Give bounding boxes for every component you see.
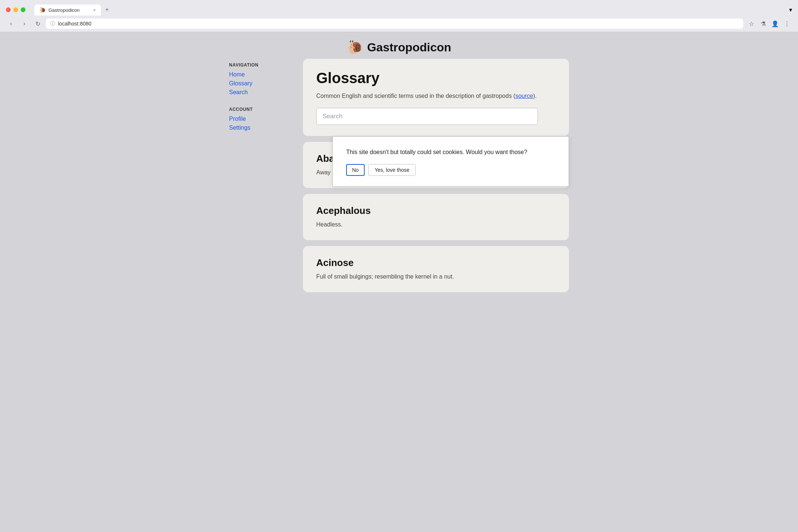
nav-links: Home Glossary Search: [229, 71, 296, 96]
tab-favicon: 🐌: [40, 7, 45, 13]
address-security-icon: ⓘ: [50, 20, 55, 27]
sidebar: NAVIGATION Home Glossary Search ACCOUNT …: [229, 59, 296, 142]
nav-link-glossary[interactable]: Glossary: [229, 79, 296, 88]
new-tab-button[interactable]: +: [102, 4, 112, 16]
tab-dropdown[interactable]: ▾: [789, 6, 792, 13]
nav-link-profile[interactable]: Profile: [229, 115, 296, 123]
layout-row: NAVIGATION Home Glossary Search ACCOUNT …: [229, 59, 569, 292]
active-tab[interactable]: 🐌 Gastropodicon ×: [34, 4, 101, 16]
site-logo-area: 🐌 Gastropodicon: [347, 40, 451, 55]
glossary-header-card: Glossary Common English and scientific t…: [303, 59, 569, 136]
forward-button[interactable]: ›: [19, 18, 30, 29]
site-title: Gastropodicon: [367, 41, 451, 54]
address-bar[interactable]: ⓘ localhost:8080: [46, 18, 743, 29]
site-header: 🐌 Gastropodicon: [0, 32, 798, 59]
entry-title-1: Acephalous: [316, 205, 556, 216]
titlebar: 🐌 Gastropodicon × + ▾: [0, 0, 798, 16]
tab-bar: 🐌 Gastropodicon × +: [34, 4, 112, 16]
toolbar-icons: ☆ ⚗ 👤 ⋮: [746, 18, 792, 29]
tab-close-icon[interactable]: ×: [93, 8, 96, 12]
nav-link-home[interactable]: Home: [229, 71, 296, 79]
flask-icon[interactable]: ⚗: [758, 18, 768, 29]
account-section-label: ACCOUNT: [229, 107, 296, 112]
back-button[interactable]: ‹: [6, 18, 16, 29]
account-links: Profile Settings: [229, 115, 296, 132]
nav-section-label: NAVIGATION: [229, 62, 296, 68]
main-content: Glossary Common English and scientific t…: [303, 59, 569, 292]
profile-icon[interactable]: 👤: [770, 18, 780, 29]
search-input[interactable]: [316, 108, 538, 125]
traffic-lights: [6, 7, 25, 12]
browser-chrome: 🐌 Gastropodicon × + ▾ ‹ › ↻ ⓘ localhost:…: [0, 0, 798, 32]
nav-link-search[interactable]: Search: [229, 88, 296, 96]
cookie-no-button[interactable]: No: [346, 164, 365, 176]
cookie-message: This site doesn't but totally could set …: [346, 148, 555, 157]
close-button[interactable]: [6, 7, 11, 12]
site-logo-icon: 🐌: [347, 40, 364, 55]
glossary-title: Glossary: [316, 70, 556, 86]
cookie-dialog-overlay: This site doesn't but totally could set …: [332, 136, 569, 187]
cookie-dialog: This site doesn't but totally could set …: [332, 136, 569, 187]
minimize-button[interactable]: [13, 7, 18, 12]
reload-button[interactable]: ↻: [33, 18, 43, 29]
nav-link-settings[interactable]: Settings: [229, 124, 296, 132]
glossary-description: Common English and scientific terms used…: [316, 92, 556, 100]
cookie-yes-button[interactable]: Yes, love those: [368, 164, 416, 176]
full-page: 🐌 Gastropodicon × + ▾ ‹ › ↻ ⓘ localhost:…: [0, 0, 798, 532]
content-wrapper: NAVIGATION Home Glossary Search ACCOUNT …: [218, 59, 580, 307]
entry-card-2: Acinose Full of small bulgings; resembli…: [303, 246, 569, 292]
entry-desc-2: Full of small bulgings; resembling the k…: [316, 272, 556, 281]
cookie-buttons: No Yes, love those: [346, 164, 555, 176]
entry-card-1: Acephalous Headless.: [303, 194, 569, 240]
maximize-button[interactable]: [21, 7, 25, 12]
menu-icon[interactable]: ⋮: [782, 18, 792, 29]
tab-title: Gastropodicon: [48, 7, 91, 13]
browser-toolbar: ‹ › ↻ ⓘ localhost:8080 ☆ ⚗ 👤 ⋮: [0, 16, 798, 32]
entry-desc-1: Headless.: [316, 220, 556, 229]
bookmark-icon[interactable]: ☆: [746, 18, 757, 29]
entry-title-2: Acinose: [316, 257, 556, 269]
address-url: localhost:8080: [58, 21, 739, 27]
source-link[interactable]: source: [515, 93, 533, 99]
